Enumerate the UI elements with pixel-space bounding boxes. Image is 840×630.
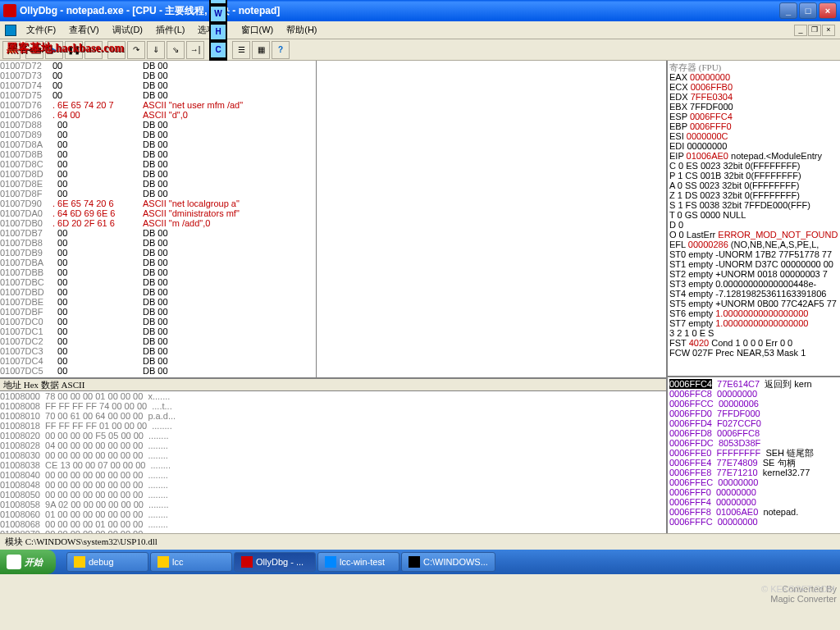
stepover-button[interactable]: ↷: [127, 41, 145, 59]
reg-line[interactable]: ST1 empty -UNORM D37C 00000000 00: [669, 259, 838, 269]
reg-line[interactable]: EDI 00000000: [669, 141, 838, 151]
asm-row[interactable]: 01007DC6 00DB 00: [0, 376, 666, 377]
asm-row[interactable]: 01007D89 00DB 00: [0, 130, 666, 139]
reg-line[interactable]: S 1 FS 0038 32bit 7FFDE000(FFF): [669, 200, 838, 210]
menu-item[interactable]: 插件(L): [149, 23, 191, 36]
traceover-button[interactable]: ⇘: [167, 41, 185, 59]
asm-row[interactable]: 01007DB0. 6D 20 2F 61 6ASCII "m /add",0: [0, 218, 666, 228]
mdi-close-button[interactable]: ×: [822, 25, 835, 36]
reg-line[interactable]: EDX 7FFE0304: [669, 92, 838, 102]
taskbar-item[interactable]: OllyDbg - ...: [234, 552, 316, 572]
reg-line[interactable]: ST3 empty 0.00000000000000448e-: [669, 279, 838, 289]
asm-row[interactable]: 01007D7200DB 00: [0, 61, 666, 71]
asm-row[interactable]: 01007DC1 00DB 00: [0, 326, 666, 336]
reg-line[interactable]: FCW 027F Prec NEAR,53 Mask 1: [669, 348, 838, 358]
reg-line[interactable]: A 0 SS 0023 32bit 0(FFFFFFFF): [669, 180, 838, 190]
dump-row[interactable]: 01008030 00 00 00 00 00 00 00 00 .......…: [0, 450, 666, 460]
disassembly-pane[interactable]: 01007D7200DB 0001007D7300DB 0001007D7400…: [0, 61, 666, 377]
stack-row[interactable]: 0006FFC4 77E614C7 返回到 kern: [669, 379, 838, 389]
taskbar-item[interactable]: C:\WINDOWS...: [401, 552, 495, 572]
asm-row[interactable]: 01007DB8 00DB 00: [0, 238, 666, 248]
mdi-restore-button[interactable]: ❐: [808, 25, 821, 36]
dump-row[interactable]: 01008010 70 00 61 00 64 00 00 00 p.a.d..…: [0, 411, 666, 421]
stack-row[interactable]: 0006FFF0 00000000: [669, 487, 838, 497]
dump-row[interactable]: 01008060 01 00 00 00 00 00 00 00 .......…: [0, 509, 666, 519]
traceinto-button[interactable]: ⇓: [147, 41, 165, 59]
stack-pane[interactable]: 0006FFC4 77E614C7 返回到 kern0006FFC8 00000…: [668, 377, 840, 533]
reg-line[interactable]: ST5 empty +UNORM 0B00 77C42AF5 77: [669, 299, 838, 308]
view-H-button[interactable]: H: [209, 23, 227, 41]
asm-row[interactable]: 01007DC3 00DB 00: [0, 346, 666, 356]
dump-pane[interactable]: 地址 Hex 数据 ASCII 01008000 78 00 00 00 01 …: [0, 377, 666, 533]
asm-row[interactable]: 01007D90. 6E 65 74 20 6ASCII "net localg…: [0, 199, 666, 208]
reg-line[interactable]: 3 2 1 0 E S: [669, 328, 838, 338]
help-button[interactable]: ?: [272, 41, 290, 59]
asm-row[interactable]: 01007D8E 00DB 00: [0, 179, 666, 189]
start-button[interactable]: 开始: [0, 550, 56, 574]
stack-row[interactable]: 0006FFE4 77E74809 SE 句柄: [669, 458, 838, 468]
close-button[interactable]: ×: [819, 2, 837, 19]
reg-line[interactable]: ST7 empty 1.00000000000000000: [669, 318, 838, 328]
reg-line[interactable]: EFL 00000286 (NO,NB,NE,A,S,PE,L,: [669, 240, 838, 249]
stack-row[interactable]: 0006FFD0 7FFDF000: [669, 409, 838, 418]
reg-line[interactable]: ESI 0000000C: [669, 131, 838, 141]
reg-line[interactable]: ST2 empty +UNORM 0018 00000003 7: [669, 269, 838, 279]
asm-row[interactable]: 01007D8F 00DB 00: [0, 189, 666, 199]
reg-line[interactable]: ST4 empty -7.12819825361163391806: [669, 289, 838, 299]
registers-pane[interactable]: 寄存器 (FPU) EAX 00000000ECX 0006FFB0EDX 7F…: [668, 61, 840, 377]
reg-line[interactable]: ESP 0006FFC4: [669, 112, 838, 121]
asm-row[interactable]: 01007D8C 00DB 00: [0, 159, 666, 169]
taskbar-item[interactable]: lcc-win-test: [317, 552, 399, 572]
stack-row[interactable]: 0006FFFC 00000000: [669, 517, 838, 527]
menu-item[interactable]: 文件(F): [20, 23, 62, 36]
asm-row[interactable]: 01007DBB 00DB 00: [0, 267, 666, 277]
reg-line[interactable]: C 0 ES 0023 32bit 0(FFFFFFFF): [669, 161, 838, 171]
taskbar-item[interactable]: debug: [66, 552, 148, 572]
asm-row[interactable]: 01007D8B 00DB 00: [0, 149, 666, 159]
reg-line[interactable]: ST0 empty -UNORM 17B2 77F51778 77: [669, 249, 838, 259]
dump-row[interactable]: 01008020 00 00 00 00 F5 05 00 00 .......…: [0, 431, 666, 441]
reg-line[interactable]: T 0 GS 0000 NULL: [669, 210, 838, 220]
reg-line[interactable]: P 1 CS 001B 32bit 0(FFFFFFFF): [669, 171, 838, 180]
asm-row[interactable]: 01007DC5 00DB 00: [0, 366, 666, 376]
menu-item[interactable]: 查看(V): [62, 23, 106, 36]
reg-line[interactable]: Z 1 DS 0023 32bit 0(FFFFFFFF): [669, 190, 838, 200]
dump-row[interactable]: 01008040 00 00 00 00 00 00 00 00 .......…: [0, 470, 666, 480]
asm-row[interactable]: 01007DBF 00DB 00: [0, 307, 666, 317]
tillret-button[interactable]: →|: [186, 41, 204, 59]
reg-line[interactable]: O 0 LastErr ERROR_MOD_NOT_FOUND: [669, 230, 838, 240]
view-W-button[interactable]: W: [209, 5, 227, 23]
maximize-button[interactable]: □: [799, 2, 817, 19]
asm-row[interactable]: 01007D86. 64 00ASCII "d",0: [0, 110, 666, 120]
reg-line[interactable]: EIP 01006AE0 notepad.<ModuleEntry: [669, 151, 838, 161]
asm-row[interactable]: 01007D7300DB 00: [0, 71, 666, 80]
menu-item[interactable]: 窗口(W): [235, 23, 281, 36]
stack-row[interactable]: 0006FFF8 01006AE0 notepad.0006FFFC 00000…: [669, 507, 838, 527]
reg-line[interactable]: D 0: [669, 220, 838, 230]
titlebar[interactable]: OllyDbg - notepad.exe - [CPU - 主要线程, 模块 …: [0, 0, 840, 21]
dump-row[interactable]: 01008048 00 00 00 00 00 00 00 00 .......…: [0, 480, 666, 490]
asm-row[interactable]: 01007DBE 00DB 00: [0, 297, 666, 307]
menu-item[interactable]: 帮助(H): [280, 23, 323, 36]
asm-row[interactable]: 01007D8A 00DB 00: [0, 139, 666, 149]
view-C-button[interactable]: C: [209, 41, 227, 59]
dump-row[interactable]: 01008068 00 00 00 00 01 00 00 00 .......…: [0, 519, 666, 529]
stack-row[interactable]: 0006FFEC 00000000: [669, 477, 838, 487]
asm-row[interactable]: 01007D7400DB 00: [0, 80, 666, 90]
mdi-minimize-button[interactable]: _: [794, 25, 807, 36]
asm-row[interactable]: 01007DC4 00DB 00: [0, 356, 666, 366]
stack-row[interactable]: 0006FFE0 FFFFFFFF SEH 链尾部: [669, 448, 838, 458]
stack-row[interactable]: 0006FFC8 00000000: [669, 389, 838, 399]
dump-row[interactable]: 01008000 78 00 00 00 01 00 00 00 x......…: [0, 391, 666, 401]
menu-item[interactable]: 调试(D): [106, 23, 149, 36]
asm-row[interactable]: 01007DC2 00DB 00: [0, 336, 666, 346]
reg-line[interactable]: EBX 7FFDF000: [669, 102, 838, 112]
dump-row[interactable]: 01008038 CE 13 00 00 07 00 00 00 .......…: [0, 460, 666, 470]
reg-line[interactable]: EBP 0006FFF0: [669, 121, 838, 131]
asm-row[interactable]: 01007DA0. 64 6D 69 6E 6ASCII "dministrat…: [0, 208, 666, 218]
asm-row[interactable]: 01007DB9 00DB 00: [0, 248, 666, 258]
reg-line[interactable]: ECX 0006FFB0: [669, 82, 838, 92]
minimize-button[interactable]: _: [779, 2, 797, 19]
stack-row[interactable]: 0006FFCC 00000006: [669, 399, 838, 409]
stack-row[interactable]: 0006FFE8 77E71210 kernel32.77: [669, 468, 838, 477]
